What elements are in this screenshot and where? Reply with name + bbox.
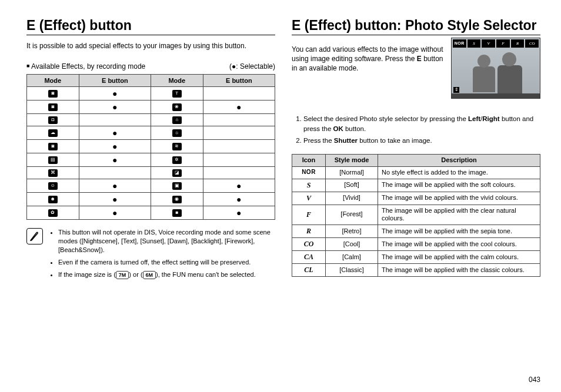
note-item: Even if the camera is turned off, the ef… (58, 258, 275, 267)
right-heading: E (Effect) button: Photo Style Selector (292, 18, 540, 35)
selectable-dot: ● (236, 195, 241, 204)
subhead-row: Available Effects, by recording mode (●:… (26, 62, 275, 71)
recording-mode-icon (172, 182, 182, 190)
preview-figure (477, 55, 490, 68)
selectable-dot: ● (112, 195, 117, 204)
style-description: The image will be applied with the class… (378, 264, 540, 277)
style-mode: [Normal] (326, 166, 378, 179)
right-column: E (Effect) button: Photo Style Selector … (292, 18, 540, 380)
table-row: ● (27, 126, 275, 140)
recording-mode-icon (172, 156, 182, 164)
step-item: Press the Shutter button to take an imag… (303, 136, 540, 146)
recording-mode-icon (172, 196, 182, 203)
table-row: CL[Classic]The image will be applied wit… (292, 264, 540, 277)
selectable-dot: ● (112, 208, 117, 217)
style-icon: R (292, 225, 326, 238)
recording-mode-icon (48, 129, 58, 137)
table-row: ●● (27, 193, 275, 206)
style-description: The image will be applied with the vivid… (378, 192, 540, 205)
th-style-mode: Style mode (326, 155, 378, 167)
preview-bottombar (452, 93, 540, 98)
preview-style-tab: V (482, 39, 495, 48)
recording-mode-icon (48, 143, 58, 150)
selectable-dot: ● (236, 181, 241, 190)
table-row (27, 114, 275, 126)
preview-figure (473, 66, 495, 92)
style-icon: CA (292, 251, 326, 264)
recording-mode-icon (172, 90, 182, 98)
selectable-dot: ● (236, 102, 241, 112)
recording-mode-icon (48, 103, 58, 111)
style-mode: [Cool] (326, 238, 378, 251)
left-subhead: Available Effects, by recording mode (26, 62, 145, 71)
preview-style-tab: S (468, 39, 481, 48)
style-icon: F (292, 205, 326, 225)
recording-mode-icon (48, 209, 58, 217)
recording-mode-icon (48, 116, 58, 124)
th-icon: Icon (292, 155, 326, 167)
preview-style-tab: NOR (453, 39, 466, 48)
table-row: ●● (27, 100, 275, 114)
style-icon: S (292, 179, 326, 192)
table-row: ●● (27, 206, 275, 220)
note-item: If the image size is (7M) or (6M), the F… (58, 270, 275, 279)
preview-figure (497, 65, 522, 93)
th-ebutton-1: E button (79, 75, 151, 87)
right-intro: You can add various effects to the image… (292, 45, 444, 92)
style-icon: NOR (292, 166, 326, 179)
style-mode: [Vivid] (326, 192, 378, 205)
left-column: E (Effect) button It is possible to add … (26, 18, 275, 380)
recording-mode-icon (48, 90, 58, 98)
recording-mode-icon (172, 103, 182, 111)
left-legend: (●: Selectable) (229, 62, 275, 71)
selectable-dot: ● (112, 89, 117, 98)
style-description: The image will be applied with the calm … (378, 251, 540, 264)
style-icon: CL (292, 264, 326, 277)
preview-figure (502, 52, 516, 66)
table-row: ● (27, 140, 275, 153)
table-row: NOR[Normal]No style effect is added to t… (292, 166, 540, 179)
left-intro: It is possible to add special effects to… (26, 41, 275, 51)
table-row: CA[Calm]The image will be applied with t… (292, 251, 540, 264)
effects-table: Mode E button Mode E button ●●●●●●●●●●●● (26, 74, 275, 220)
left-heading: E (Effect) button (26, 18, 275, 35)
recording-mode-icon (172, 169, 182, 177)
preview-style-tab: CO (525, 39, 539, 48)
table-row: ● (27, 87, 275, 100)
selectable-dot: ● (236, 208, 241, 217)
recording-mode-icon (172, 209, 182, 217)
style-mode: [Classic] (326, 264, 378, 277)
style-mode: [Calm] (326, 251, 378, 264)
manual-page: E (Effect) button It is possible to add … (0, 0, 561, 392)
style-icon: CO (292, 238, 326, 251)
table-row: CO[Cool]The image will be applied with t… (292, 238, 540, 251)
image-size-icon: 6M (143, 271, 156, 279)
recording-mode-icon (172, 116, 182, 124)
table-row: R[Retro]The image will be applied with t… (292, 225, 540, 238)
notes-list: This button will not operate in DIS, Voi… (49, 228, 275, 283)
style-mode: [Soft] (326, 179, 378, 192)
table-row (27, 167, 275, 179)
th-mode-1: Mode (27, 75, 79, 87)
image-size-icon: 7M (116, 271, 129, 279)
preview-style-tabs: NORSVFRCO (453, 39, 539, 48)
updown-arrows-icon: ⇕ (453, 87, 459, 93)
table-row: V[Vivid]The image will be applied with t… (292, 192, 540, 205)
table-row: ●● (27, 179, 275, 193)
th-description: Description (378, 155, 540, 167)
preview-style-tab: R (511, 39, 525, 48)
page-number: 043 (529, 376, 540, 384)
selectable-dot: ● (112, 181, 117, 190)
selectable-dot: ● (112, 142, 117, 151)
recording-mode-icon (172, 129, 182, 137)
camera-preview: NORSVFRCO ⇕ (451, 38, 540, 99)
style-mode: [Retro] (326, 225, 378, 238)
recording-mode-icon (48, 196, 58, 203)
right-top: You can add various effects to the image… (292, 38, 540, 99)
style-description: The image will be applied with the clear… (378, 205, 540, 225)
selectable-dot: ● (112, 128, 117, 138)
style-mode: [Forest] (326, 205, 378, 225)
style-description: The image will be applied with the sepia… (378, 225, 540, 238)
recording-mode-icon (172, 143, 182, 150)
style-description: The image will be applied with the cool … (378, 238, 540, 251)
